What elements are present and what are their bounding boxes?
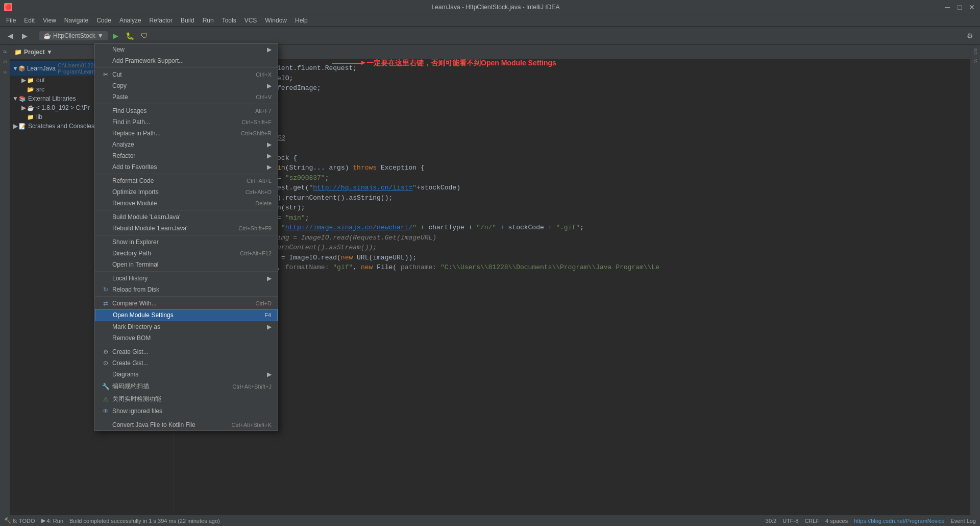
maximize-button[interactable]: □ bbox=[955, 3, 964, 11]
ctx-compare-with[interactable]: ⇄ Compare With... Ctrl+D bbox=[95, 298, 278, 309]
structure-sidebar-icon[interactable]: S bbox=[1, 57, 10, 66]
ctx-create-gist-2[interactable]: ⊙ Create Gist... bbox=[95, 357, 278, 369]
ctx-sep-9 bbox=[95, 418, 278, 418]
menu-view[interactable]: View bbox=[39, 16, 60, 25]
menu-navigate[interactable]: Navigate bbox=[60, 16, 92, 25]
ctx-new[interactable]: New ▶ bbox=[95, 44, 278, 55]
project-icon: 📦 bbox=[18, 65, 26, 72]
project-sidebar-icon[interactable]: P bbox=[1, 47, 10, 56]
src-icon: 📂 bbox=[27, 86, 35, 93]
ctx-add-favorites[interactable]: Add to Favorites ▶ bbox=[95, 161, 278, 173]
ctx-add-framework[interactable]: Add Framework Support... bbox=[95, 55, 278, 66]
ctx-sep-1 bbox=[95, 67, 278, 68]
status-link[interactable]: https://blog.csdn.net/ProgramNovice bbox=[854, 518, 944, 524]
ctx-show-in-explorer[interactable]: Show in Explorer bbox=[95, 236, 278, 248]
status-run-label: 4: Run bbox=[47, 518, 63, 524]
run-config-selector[interactable]: ☕ HttpClientStock ▼ bbox=[39, 31, 108, 40]
ctx-copy[interactable]: Copy ▶ bbox=[95, 80, 278, 91]
scratches-icon: 📝 bbox=[18, 123, 27, 130]
ctx-sep-4 bbox=[95, 210, 278, 210]
menu-edit[interactable]: Edit bbox=[20, 16, 39, 25]
status-position[interactable]: 30:2 bbox=[766, 518, 776, 524]
ctx-convert-kotlin[interactable]: Convert Java File to Kotlin File Ctrl+Al… bbox=[95, 419, 278, 431]
ctx-copy-arrow: ▶ bbox=[267, 82, 272, 89]
ctx-find-usages[interactable]: Find Usages Alt+F7 bbox=[95, 105, 278, 116]
status-bar: 🔨 6: TODO ▶ 4: Run Build completed succe… bbox=[0, 515, 980, 526]
run-button[interactable]: ▶ bbox=[110, 30, 122, 42]
ctx-markdir-arrow: ▶ bbox=[267, 323, 272, 330]
status-build-msg: Build completed successfully in 1 s 394 … bbox=[69, 518, 220, 524]
ctx-disable-realtime[interactable]: ⚠ 关闭实时检测功能 bbox=[95, 393, 278, 405]
external-lib-icon: 📚 bbox=[18, 95, 27, 102]
menu-refactor[interactable]: Refactor bbox=[145, 16, 177, 25]
status-encoding[interactable]: UTF-8 bbox=[782, 518, 798, 524]
status-event-log[interactable]: Event Log bbox=[950, 518, 976, 524]
run-config-name: HttpClientStock bbox=[53, 32, 95, 39]
menu-file[interactable]: File bbox=[2, 16, 20, 25]
ctx-replace-path[interactable]: Replace in Path... Ctrl+Shift+R bbox=[95, 128, 278, 139]
back-button[interactable]: ◀ bbox=[4, 30, 16, 42]
ctx-reformat[interactable]: Reformat Code Ctrl+Alt+L bbox=[95, 175, 278, 186]
ctx-analyze[interactable]: Analyze ▶ bbox=[95, 139, 278, 150]
ctx-open-module-settings[interactable]: Open Module Settings F4 bbox=[95, 309, 278, 321]
ctx-mark-directory[interactable]: Mark Directory as ▶ bbox=[95, 321, 278, 332]
status-run[interactable]: ▶ 4: Run bbox=[41, 517, 63, 524]
forward-button[interactable]: ▶ bbox=[18, 30, 31, 42]
tree-label-external: External Libraries bbox=[28, 95, 76, 102]
ctx-diagrams[interactable]: Diagrams ▶ bbox=[95, 369, 278, 380]
ctx-code-scan[interactable]: 🔧 编码规约扫描 Ctrl+Alt+Shift+J bbox=[95, 380, 278, 393]
ctx-cut[interactable]: ✂ Cut Ctrl+X bbox=[95, 69, 278, 80]
ctx-ignored-icon: 👁 bbox=[101, 408, 110, 415]
ctx-rebuild-module[interactable]: Rebuild Module 'LearnJava' Ctrl+Shift+F9 bbox=[95, 223, 278, 234]
debug-button[interactable]: 🐛 bbox=[124, 30, 136, 42]
run-config-dropdown-icon: ▼ bbox=[97, 32, 104, 39]
ctx-local-history[interactable]: Local History ▶ bbox=[95, 273, 278, 284]
ctx-refactor[interactable]: Refactor ▶ bbox=[95, 150, 278, 161]
tree-expand-icon: ▶ bbox=[20, 104, 27, 111]
database-sidebar-icon[interactable]: DB bbox=[971, 47, 980, 56]
lib-folder-icon: 📁 bbox=[27, 113, 35, 121]
ctx-cut-icon: ✂ bbox=[101, 71, 110, 78]
menu-window[interactable]: Window bbox=[261, 16, 291, 25]
ctx-create-gist-1[interactable]: ⚙ Create Gist... bbox=[95, 346, 278, 357]
ctx-remove-bom[interactable]: Remove BOM bbox=[95, 332, 278, 344]
tree-expand-icon: ▶ bbox=[12, 123, 18, 130]
status-build-icon: 🔨 6: TODO bbox=[4, 517, 35, 524]
ctx-paste[interactable]: Paste Ctrl+V bbox=[95, 91, 278, 103]
ctx-open-terminal[interactable]: Open in Terminal bbox=[95, 259, 278, 270]
status-line-ending[interactable]: CRLF bbox=[804, 518, 819, 524]
status-spaces[interactable]: 4 spaces bbox=[825, 518, 848, 524]
ctx-reload-disk[interactable]: ↻ Reload from Disk bbox=[95, 284, 278, 295]
run-config-icon: ☕ bbox=[43, 32, 51, 39]
menu-build[interactable]: Build bbox=[177, 16, 199, 25]
menu-run[interactable]: Run bbox=[199, 16, 218, 25]
word-wrap-sidebar-icon[interactable]: W bbox=[971, 56, 980, 65]
menu-vcs[interactable]: VCS bbox=[240, 16, 261, 25]
menu-tools[interactable]: Tools bbox=[218, 16, 240, 25]
jdk-icon: ☕ bbox=[27, 104, 35, 111]
ctx-sep-3 bbox=[95, 174, 278, 174]
minimize-button[interactable]: ─ bbox=[943, 3, 951, 11]
ctx-sep-8 bbox=[95, 345, 278, 345]
ctx-find-path[interactable]: Find in Path... Ctrl+Shift+F bbox=[95, 116, 278, 128]
ctx-reload-icon: ↻ bbox=[101, 286, 110, 293]
ctx-analyze-arrow: ▶ bbox=[267, 141, 272, 148]
ctx-codescan-icon: 🔧 bbox=[101, 383, 110, 390]
ctx-remove-module[interactable]: Remove Module Delete bbox=[95, 198, 278, 209]
coverage-button[interactable]: 🛡 bbox=[138, 30, 151, 42]
ctx-gist1-icon: ⚙ bbox=[101, 348, 110, 355]
ctx-show-ignored[interactable]: 👁 Show ignored files bbox=[95, 405, 278, 417]
menu-analyze[interactable]: Analyze bbox=[115, 16, 145, 25]
ctx-build-module[interactable]: Build Module 'LearnJava' bbox=[95, 211, 278, 223]
tree-label-src: src bbox=[36, 86, 44, 93]
menu-help[interactable]: Help bbox=[291, 16, 312, 25]
tree-label-out: out bbox=[36, 77, 45, 84]
favorites-sidebar-icon[interactable]: F bbox=[1, 67, 10, 77]
ctx-optimize-imports[interactable]: Optimize Imports Ctrl+Alt+O bbox=[95, 186, 278, 198]
status-todo[interactable]: 6: TODO bbox=[13, 518, 35, 524]
menu-code[interactable]: Code bbox=[92, 16, 115, 25]
ctx-realtime-icon: ⚠ bbox=[101, 396, 110, 403]
settings-button[interactable]: ⚙ bbox=[964, 30, 976, 42]
close-button[interactable]: ✕ bbox=[968, 3, 976, 11]
ctx-directory-path[interactable]: Directory Path Ctrl+Alt+F12 bbox=[95, 248, 278, 259]
